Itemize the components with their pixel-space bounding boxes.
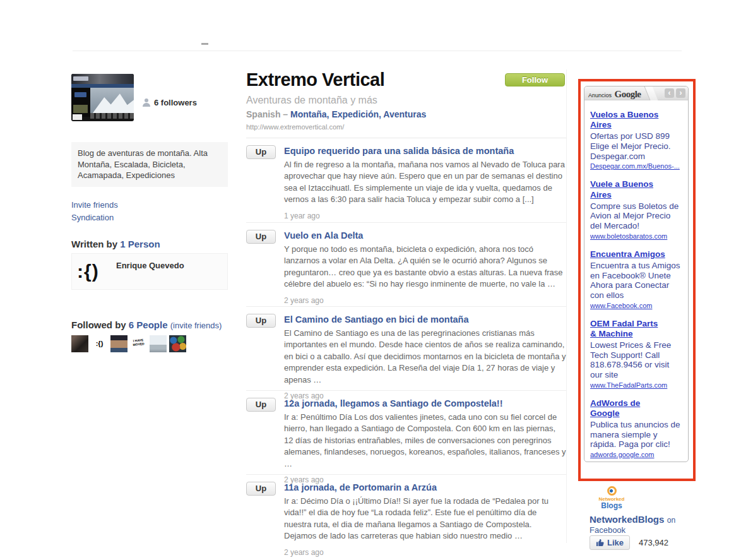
- post-item-4: Up 12a jornada, llegamos a Santiago de C…: [246, 390, 566, 474]
- ad-title-link[interactable]: Encuentra Amigos: [590, 249, 666, 259]
- thumbnail-widget: [73, 114, 82, 120]
- post-item-2: Up Vuelo en Ala Delta Y porque no todo e…: [246, 222, 566, 306]
- blog-thumbnail[interactable]: [71, 74, 134, 121]
- post-title-link[interactable]: Vuelo en Ala Delta: [284, 230, 566, 241]
- topic-link-expedicion[interactable]: Expedición,: [331, 109, 381, 119]
- ad-item-2: Vuele a Buenos Aires Compre sus Boletos …: [584, 179, 688, 239]
- followers-block: 6 followers: [142, 74, 197, 121]
- blog-url: http://www.extremovertical.com/: [246, 123, 566, 131]
- post-title-link[interactable]: 12a jornada, llegamos a Santiago de Comp…: [284, 398, 566, 408]
- follower-avatars: :{) i have moved: [71, 335, 229, 352]
- ad-body: Lowest Prices & Free Tech Support! Call …: [590, 340, 682, 380]
- post-excerpt: Al fin de regreso a la montaña, mañana n…: [284, 159, 566, 206]
- ad-title-link[interactable]: Vuelos a Buenos Aires: [590, 110, 666, 130]
- invite-friends-paren-link[interactable]: (invite friends): [170, 321, 222, 330]
- author-avatar[interactable]: :{): [77, 258, 110, 285]
- facebook-label: Facebook: [590, 525, 675, 535]
- ads-prev-button[interactable]: ‹: [665, 88, 674, 98]
- google-logo-text: Google: [614, 89, 641, 99]
- author-name[interactable]: Enrique Quevedo: [116, 258, 184, 285]
- google-ads-widget: Anuncios Google ‹ › Vuelos a Buenos Aire…: [584, 86, 689, 462]
- upvote-button[interactable]: Up: [246, 314, 276, 328]
- ad-url-link[interactable]: adwords.google.com: [590, 451, 682, 458]
- post-excerpt: Ir a: Penúltimo Día Los dos valientes ji…: [284, 412, 566, 470]
- follower-avatar-1[interactable]: [71, 335, 88, 352]
- followed-by-label: Followed by: [71, 319, 126, 330]
- upvote-button[interactable]: Up: [246, 230, 276, 244]
- thumbnail-logo: [73, 76, 88, 81]
- like-button[interactable]: Like: [590, 535, 630, 550]
- anuncios-google-label: Anuncios Google: [588, 88, 641, 100]
- ad-item-1: Vuelos a Buenos Aires Ofertas por USD 89…: [584, 110, 688, 170]
- networkedblogs-logo[interactable]: Networked Blogs: [590, 486, 634, 510]
- follower-avatar-2[interactable]: :{): [91, 335, 108, 352]
- main-content: Extremo Vertical Follow Aventuras de mon…: [246, 69, 566, 558]
- ad-url-link[interactable]: www.TheFadalParts.com: [590, 381, 682, 389]
- post-item-5: Up 11a jornada, de Portomarin a Arzúa Ir…: [246, 474, 566, 558]
- post-title-link[interactable]: 11a jornada, de Portomarin a Arzúa: [284, 482, 566, 492]
- ad-item-5: AdWords de Google Publica tus anuncios d…: [584, 398, 688, 458]
- written-by-heading: Written by 1 Person: [71, 239, 229, 249]
- syndication-link[interactable]: Syndication: [71, 213, 229, 222]
- post-list: Up Equipo requerido para una salida bási…: [246, 138, 566, 558]
- networkedblogs-on-label: on: [667, 516, 675, 525]
- person-icon: [142, 98, 151, 107]
- ad-title-link[interactable]: AdWords de Google: [590, 398, 666, 419]
- follower-avatar-5[interactable]: [150, 335, 167, 352]
- language-topics-line: Spanish – Montaña, Expedición, Aventuras: [246, 109, 566, 119]
- post-timestamp: 2 years ago: [284, 296, 566, 305]
- written-by-count-link[interactable]: 1 Person: [120, 239, 160, 249]
- written-by-label: Written by: [71, 239, 117, 249]
- networkedblogs-title: NetworkedBlogs on Facebook: [590, 513, 675, 535]
- like-row: Like 473,942: [590, 535, 668, 550]
- upvote-button[interactable]: Up: [246, 398, 276, 412]
- profile-header: 6 followers: [71, 74, 229, 121]
- post-timestamp: 2 years ago: [284, 548, 566, 557]
- thumbnail-filmstrip: [90, 113, 134, 119]
- language-separator: –: [283, 109, 288, 119]
- ad-title-link[interactable]: Vuele a Buenos Aires: [590, 179, 666, 200]
- post-timestamp: 1 year ago: [284, 211, 566, 220]
- ad-body: Publica tus anuncios de manera siemple y…: [590, 420, 682, 450]
- follow-button[interactable]: Follow: [505, 73, 565, 86]
- networkedblogs-logo-bottom: Blogs: [590, 501, 634, 510]
- thumbs-up-icon: [596, 539, 604, 547]
- language-label: Spanish: [246, 109, 280, 119]
- ads-next-button[interactable]: ›: [676, 88, 685, 98]
- content-divider: [566, 69, 567, 543]
- browser-remnant-dash: [201, 43, 208, 45]
- topic-link-montana[interactable]: Montaña,: [290, 109, 329, 119]
- post-item-3: Up El Camino de Santiago en bici de mont…: [246, 306, 566, 390]
- blog-tagline: Aventuras de montaña y más: [246, 95, 566, 106]
- follower-avatar-4[interactable]: i have moved: [129, 334, 148, 353]
- ad-url-link[interactable]: www.Facebook.com: [590, 302, 682, 309]
- ad-title-link[interactable]: OEM Fadal Parts & Machine: [590, 319, 666, 339]
- header-divider: [73, 51, 682, 51]
- post-excerpt: Y porque no todo es montaña, bicicleta o…: [284, 244, 566, 290]
- networkedblogs-icon: [607, 486, 617, 496]
- thumbnail-map: [73, 105, 88, 113]
- invite-friends-link[interactable]: Invite friends: [71, 200, 229, 210]
- left-sidebar: 6 followers Blog de aventuras de montaña…: [71, 74, 229, 352]
- ad-body: Encuentra a tus Amigos en Facebook® Unet…: [590, 261, 682, 301]
- upvote-button[interactable]: Up: [246, 145, 276, 159]
- like-label: Like: [607, 538, 624, 547]
- follower-avatar-6[interactable]: [169, 335, 186, 352]
- ads-header-tab-slant: [644, 86, 658, 100]
- followed-by-count-link[interactable]: 6 People: [129, 319, 168, 330]
- author-card: :{) Enrique Quevedo: [71, 253, 228, 290]
- upvote-button[interactable]: Up: [246, 482, 276, 496]
- like-count: 473,942: [639, 538, 668, 547]
- ad-url-link[interactable]: Despegar.com.mx/Buenos-...: [590, 162, 682, 170]
- post-excerpt: El Camino de Santiago es una de las pere…: [284, 328, 566, 386]
- networkedblogs-name-link[interactable]: NetworkedBlogs: [590, 514, 664, 525]
- topic-link-aventuras[interactable]: Aventuras: [383, 109, 426, 119]
- follower-avatar-3[interactable]: [110, 335, 127, 352]
- ad-body: Compre sus Boletos de Avion al Mejor Pre…: [590, 201, 682, 231]
- post-title-link[interactable]: El Camino de Santiago en bici de montaña: [284, 314, 566, 325]
- ad-item-4: OEM Fadal Parts & Machine Lowest Prices …: [584, 319, 688, 389]
- ad-url-link[interactable]: www.boletosbaratos.com: [590, 232, 682, 240]
- post-title-link[interactable]: Equipo requerido para una salida básica …: [284, 146, 566, 156]
- google-ads-highlight-frame: Anuncios Google ‹ › Vuelos a Buenos Aire…: [578, 79, 696, 481]
- followers-count: 6 followers: [154, 98, 197, 107]
